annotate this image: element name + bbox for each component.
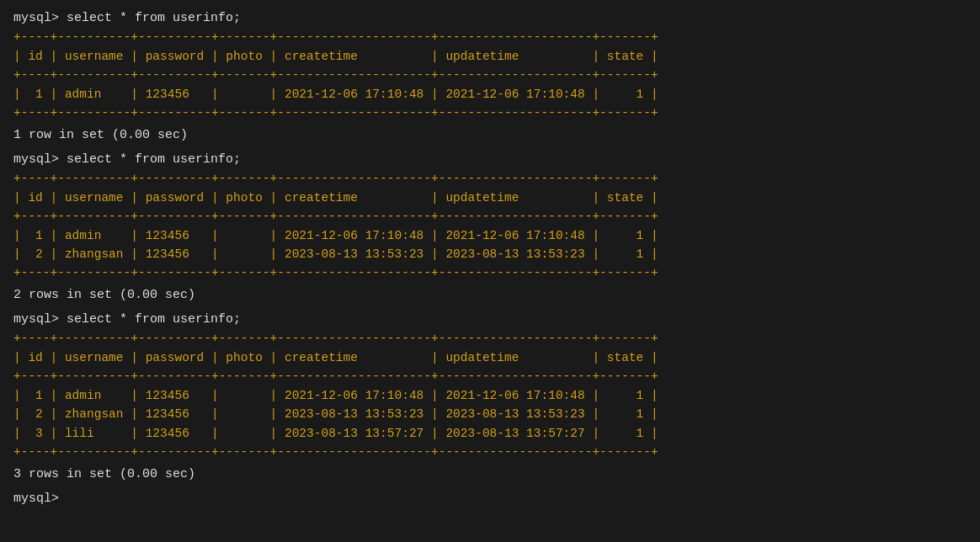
result-line-2: 2 rows in set (0.00 sec) <box>13 285 967 305</box>
command-line-3: mysql> select * from userinfo; <box>13 310 967 329</box>
table-3: +----+----------+----------+-------+----… <box>13 329 967 461</box>
result-line-3: 3 rows in set (0.00 sec) <box>13 465 967 484</box>
final-prompt[interactable]: mysql> <box>13 489 967 508</box>
command-line-1: mysql> select * from userinfo; <box>13 8 967 28</box>
command-line-2: mysql> select * from userinfo; <box>13 150 967 169</box>
terminal-window: mysql> select * from userinfo;+----+----… <box>13 8 967 508</box>
result-line-1: 1 row in set (0.00 sec) <box>13 125 967 145</box>
table-1: +----+----------+----------+-------+----… <box>13 28 967 122</box>
table-2: +----+----------+----------+-------+----… <box>13 169 967 283</box>
